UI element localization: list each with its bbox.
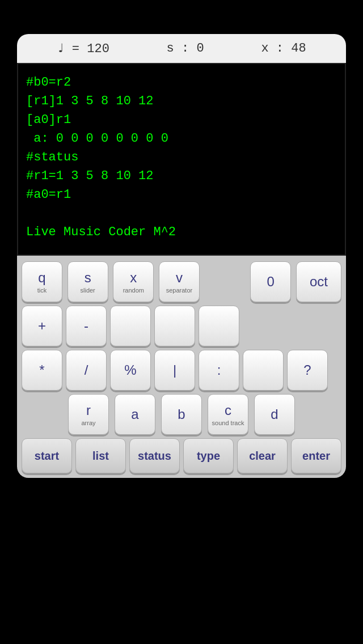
- key-c[interactable]: c sound track: [208, 394, 248, 435]
- key-empty-1[interactable]: [110, 306, 151, 346]
- key-start-label: start: [35, 450, 59, 463]
- key-b[interactable]: b: [161, 394, 202, 435]
- top-bar: ♩ = 120 s : 0 x : 48: [17, 34, 346, 63]
- keyboard-row-1: q tick s slider x random v separator 0 o…: [22, 261, 341, 302]
- key-pipe[interactable]: |: [154, 350, 195, 391]
- keyboard-row-3: * / % | : ?: [22, 350, 341, 391]
- key-x[interactable]: x random: [113, 261, 154, 302]
- key-plus-char: +: [38, 318, 46, 334]
- key-b-char: b: [178, 406, 185, 422]
- key-v[interactable]: v separator: [159, 261, 200, 302]
- key-type[interactable]: type: [183, 438, 234, 473]
- key-modulo-char: %: [124, 362, 136, 378]
- key-r-char: r: [86, 402, 91, 418]
- key-empty-3[interactable]: [199, 306, 239, 346]
- key-empty-4[interactable]: [243, 350, 284, 391]
- key-s-char: s: [85, 270, 91, 286]
- key-colon-char: :: [217, 362, 221, 378]
- tempo-display: ♩ = 120: [57, 41, 109, 56]
- key-oct-char: oct: [310, 274, 328, 290]
- key-x-char: x: [130, 270, 137, 286]
- terminal-display: #b0=r2 [r1]1 3 5 8 10 12 [a0]r1 a: 0 0 0…: [17, 63, 346, 256]
- key-pipe-char: |: [173, 362, 176, 378]
- key-a-char: a: [131, 406, 138, 422]
- key-start[interactable]: start: [22, 438, 72, 473]
- key-s[interactable]: s slider: [67, 261, 108, 302]
- key-question-char: ?: [303, 362, 311, 378]
- key-v-label: separator: [166, 287, 192, 294]
- x-display: x : 48: [261, 41, 306, 56]
- bottom-action-row: start list status type clear enter: [22, 438, 341, 473]
- key-d-char: d: [271, 406, 278, 422]
- key-type-label: type: [197, 450, 220, 463]
- keyboard: q tick s slider x random v separator 0 o…: [17, 256, 346, 478]
- key-divide-char: /: [85, 362, 88, 378]
- key-status[interactable]: status: [129, 438, 180, 473]
- key-multiply-char: *: [39, 362, 44, 378]
- key-clear[interactable]: clear: [237, 438, 288, 473]
- key-empty-2[interactable]: [154, 306, 195, 346]
- key-d[interactable]: d: [254, 394, 295, 435]
- key-0-char: 0: [267, 274, 275, 290]
- key-r-label: array: [81, 420, 95, 426]
- keyboard-row-4: r array a b c sound track d: [22, 394, 341, 435]
- key-minus[interactable]: -: [66, 306, 107, 346]
- key-c-label: sound track: [212, 420, 244, 426]
- key-c-char: c: [225, 402, 231, 418]
- key-divide[interactable]: /: [66, 350, 107, 391]
- key-modulo[interactable]: %: [110, 350, 151, 391]
- terminal-text: #b0=r2 [r1]1 3 5 8 10 12 [a0]r1 a: 0 0 0…: [26, 73, 337, 242]
- key-list[interactable]: list: [75, 438, 126, 473]
- key-q-char: q: [38, 270, 45, 286]
- keyboard-row-2: + -: [22, 306, 341, 346]
- key-multiply[interactable]: *: [22, 350, 62, 391]
- key-a[interactable]: a: [115, 394, 155, 435]
- key-list-label: list: [92, 450, 109, 463]
- key-q-label: tick: [37, 287, 47, 294]
- key-oct[interactable]: oct: [296, 261, 341, 302]
- key-clear-label: clear: [249, 450, 276, 463]
- key-v-char: v: [176, 270, 183, 286]
- key-s-label: slider: [81, 287, 95, 294]
- key-0[interactable]: 0: [250, 261, 291, 302]
- key-x-label: random: [123, 287, 144, 294]
- key-status-label: status: [138, 450, 171, 463]
- s-display: s : 0: [167, 41, 204, 56]
- key-colon[interactable]: :: [199, 350, 239, 391]
- key-r[interactable]: r array: [68, 394, 109, 435]
- key-plus[interactable]: +: [22, 306, 62, 346]
- key-enter[interactable]: enter: [291, 438, 341, 473]
- key-q[interactable]: q tick: [22, 261, 62, 302]
- key-enter-label: enter: [302, 450, 330, 463]
- key-minus-char: -: [84, 318, 88, 334]
- key-question[interactable]: ?: [287, 350, 328, 391]
